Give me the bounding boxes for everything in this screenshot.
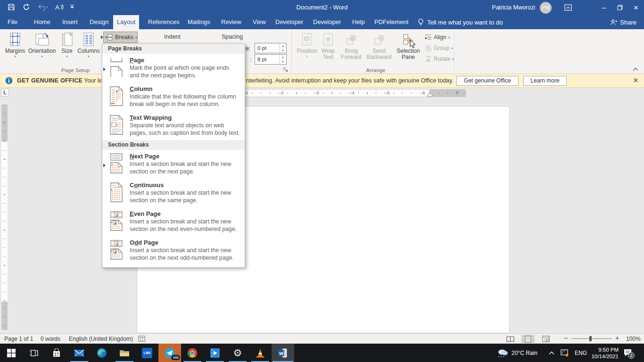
macro-recording-icon[interactable] [138,336,145,342]
get-genuine-office-button[interactable]: Get genuine Office [456,76,519,86]
send-backward-button[interactable]: Send Backward [365,31,393,60]
ribbon-display-options-icon[interactable] [564,4,573,13]
mouse-cursor [410,40,416,49]
lightbulb-icon [418,18,424,26]
item-marker [103,67,106,71]
right-indent-marker[interactable] [427,93,433,97]
settings-icon[interactable]: ⚙ [226,344,249,362]
task-view-button[interactable] [23,344,45,362]
menu-section-header: Page Breaks [102,44,245,54]
collapse-ribbon-icon[interactable] [633,67,638,71]
tab-home[interactable]: Home [30,15,54,29]
menu-item-text-wrapping-break[interactable]: Text Wrapping Separate text around objec… [102,111,245,140]
align-button[interactable]: Align▾ [424,33,450,41]
movies-tv-icon[interactable] [204,344,226,362]
tab-stop-selector[interactable]: L [1,89,9,97]
selection-pane-button[interactable]: Selection Pane [395,31,421,60]
share-button[interactable]: Share [610,15,636,29]
rotate-button[interactable]: Rotate▾ [424,55,454,63]
share-icon [610,19,617,26]
notification-badge: 2 [628,352,635,359]
tab-file[interactable]: File [4,15,21,29]
page-indicator[interactable]: Page 1 of 1 [4,336,33,342]
read-mode-icon[interactable] [504,335,517,343]
columns-icon [83,31,95,48]
zoom-slider-handle[interactable] [589,336,592,341]
zoom-out-button[interactable]: − [564,334,568,342]
tab-help[interactable]: Help [348,15,369,29]
tab-layout[interactable]: Layout [113,15,139,29]
menu-item-next-page-break[interactable]: Next Page Insert a section break and sta… [102,150,245,179]
chrome-icon[interactable] [181,344,204,362]
orientation-button[interactable]: Orientation▾ [28,31,56,58]
print-layout-icon[interactable] [521,335,535,343]
spacing-after-input[interactable]: 8 pt ▲▼ [255,54,287,65]
tab-design[interactable]: Design [86,15,112,29]
restore-button[interactable] [612,5,628,10]
word-count[interactable]: 0 words [41,336,60,342]
spin-down-icon[interactable]: ▼ [280,48,286,53]
tray-app-icon[interactable] [561,344,569,362]
close-button[interactable]: ✕ [628,4,644,11]
word-taskbar-icon[interactable]: W [272,344,294,362]
bring-forward-button[interactable]: Bring Forward [339,31,363,60]
message-bar-close-icon[interactable]: ✕ [633,77,638,84]
zoom-slider-track[interactable] [571,338,612,339]
clock-tray-item[interactable]: 9:50 PM 10/14/2021 [588,344,619,362]
mail-icon[interactable] [68,344,91,362]
language-tray-item[interactable]: ENG [575,344,587,362]
tab-pdfelement[interactable]: PDFelement [371,15,412,29]
tray-expand-chevron[interactable] [549,344,554,362]
zoom-level[interactable]: 100% [626,336,641,342]
tab-references[interactable]: References [144,15,183,29]
tab-developer-2[interactable]: Developer [309,15,345,29]
spin-down-icon[interactable]: ▼ [280,59,286,64]
tab-view[interactable]: View [249,15,270,29]
web-layout-icon[interactable] [539,335,553,343]
size-button[interactable]: Size▾ [58,31,76,58]
menu-item-continuous-break[interactable]: Continuous Insert a section break and st… [102,179,245,207]
start-button[interactable] [0,344,23,362]
tab-insert[interactable]: Insert [58,15,82,29]
language-indicator[interactable]: English (United Kingdom) [69,336,133,342]
spin-up-icon[interactable]: ▲ [280,43,286,48]
menu-item-even-page-break[interactable]: 24 Even Page Insert a section break and … [102,207,245,236]
spacing-before-input[interactable]: 0 pt ▲▼ [255,43,287,53]
svg-text:2: 2 [116,213,118,217]
tab-mailings[interactable]: Mailings [184,15,214,29]
menu-item-odd-page-break[interactable]: 13 Odd Page Insert a section break and s… [102,236,245,265]
tray-time: 9:50 PM [598,346,619,353]
menu-item-desc: Insert a section break and start the new… [130,189,231,204]
item-marker [103,164,106,167]
position-button[interactable]: Position▾ [297,31,317,58]
learn-more-button[interactable]: Learn more [523,76,567,86]
tab-review[interactable]: Review [217,15,245,29]
spin-up-icon[interactable]: ▲ [280,55,286,59]
columns-button[interactable]: Columns▾ [77,31,100,58]
zoom-in-button[interactable]: + [615,334,619,342]
action-center-icon[interactable]: 2 [623,344,633,362]
avatar[interactable]: PM [540,2,552,14]
edge-icon[interactable] [91,344,113,362]
tell-me-box[interactable]: Tell me what you want to do [418,15,503,29]
microsoft-store-icon[interactable] [45,344,68,362]
lms-app-icon[interactable]: LMS [136,344,158,362]
account-name[interactable]: Patricia Mworozi [492,4,535,11]
menu-item-page-break[interactable]: Page Mark the point at which one page en… [102,54,245,82]
align-icon [424,33,432,41]
group-button[interactable]: Group▾ [424,44,453,52]
menu-item-title: Text Wrapping [130,114,240,122]
wrap-text-button[interactable]: Wrap Text [319,31,338,60]
weather-tray-item[interactable]: 20°C Rain [496,344,537,362]
paragraph-dialog-launcher-icon[interactable] [283,67,289,73]
tab-developer-1[interactable]: Developer [272,15,307,29]
vlc-icon[interactable] [249,344,272,362]
margins-button[interactable]: Margins▾ [4,31,26,58]
minimize-button[interactable]: ─ [596,4,612,11]
menu-item-column-break[interactable]: Column Indicate that the text following … [102,82,245,111]
menu-item-title: Even Page [130,210,237,218]
breaks-icon [106,33,113,41]
breaks-button[interactable]: Breaks ▾ [103,32,138,43]
file-explorer-icon[interactable] [113,344,136,362]
telegram-icon[interactable]: 466 [158,344,181,362]
